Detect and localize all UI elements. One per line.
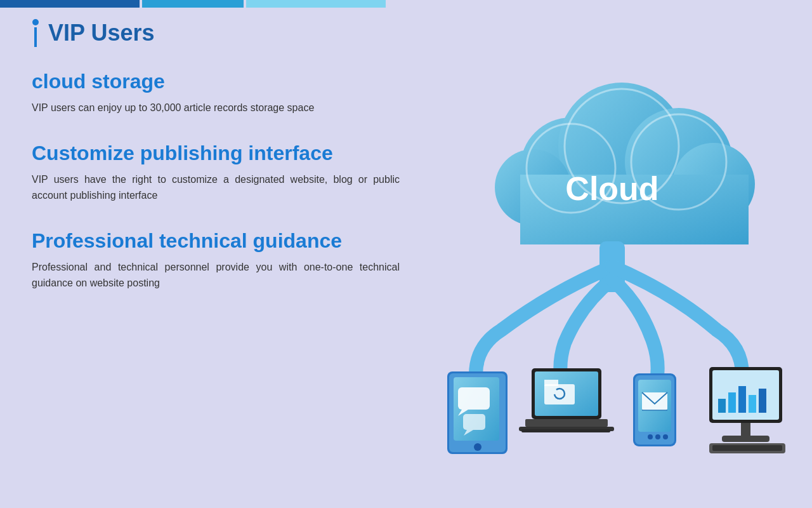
svg-rect-39 bbox=[749, 395, 756, 413]
svg-rect-36 bbox=[718, 399, 726, 413]
cloud-group: Cloud bbox=[447, 83, 785, 454]
cloud-label: Cloud bbox=[565, 170, 658, 207]
title-icon-line bbox=[34, 27, 37, 47]
right-illustration: Cloud bbox=[425, 51, 793, 470]
svg-rect-23 bbox=[525, 419, 608, 427]
title-icon-dot bbox=[32, 19, 39, 25]
feature-desc-customize: VIP users have the right to customize a … bbox=[32, 171, 400, 204]
svg-point-33 bbox=[663, 434, 668, 439]
feature-customize-publishing: Customize publishing interface VIP users… bbox=[32, 142, 438, 204]
svg-point-13 bbox=[474, 443, 481, 451]
svg-rect-16 bbox=[463, 414, 485, 430]
feature-heading-guidance: Professional technical guidance bbox=[32, 229, 438, 253]
title-decoration-icon bbox=[32, 19, 39, 47]
feature-heading-customize: Customize publishing interface bbox=[32, 142, 438, 165]
svg-point-32 bbox=[655, 434, 660, 439]
feature-cloud-storage: cloud storage VIP users can enjoy up to … bbox=[32, 70, 438, 116]
svg-point-31 bbox=[648, 434, 653, 439]
svg-rect-42 bbox=[722, 436, 769, 442]
feature-desc-guidance: Professional and technical personnel pro… bbox=[32, 259, 400, 291]
svg-rect-20 bbox=[544, 384, 575, 404]
top-bar-segment-1 bbox=[0, 0, 140, 8]
page-title-area: VIP Users bbox=[32, 19, 154, 47]
svg-rect-14 bbox=[458, 387, 490, 410]
cloud-illustration-svg: Cloud bbox=[425, 51, 793, 470]
feature-professional-guidance: Professional technical guidance Professi… bbox=[32, 229, 438, 291]
top-accent-bar bbox=[0, 0, 812, 8]
svg-rect-21 bbox=[544, 380, 558, 386]
page-title: VIP Users bbox=[48, 20, 154, 46]
top-bar-segment-3 bbox=[246, 0, 386, 8]
svg-rect-40 bbox=[759, 389, 766, 413]
svg-rect-38 bbox=[738, 386, 746, 413]
top-bar-segment-2 bbox=[142, 0, 244, 8]
svg-rect-41 bbox=[741, 423, 750, 436]
left-content-area: cloud storage VIP users can enjoy up to … bbox=[32, 70, 438, 317]
svg-rect-25 bbox=[521, 429, 610, 432]
feature-heading-cloud-storage: cloud storage bbox=[32, 70, 438, 93]
svg-rect-44 bbox=[712, 445, 782, 451]
feature-desc-cloud-storage: VIP users can enjoy up to 30,000 article… bbox=[32, 100, 400, 116]
svg-rect-37 bbox=[728, 392, 736, 413]
